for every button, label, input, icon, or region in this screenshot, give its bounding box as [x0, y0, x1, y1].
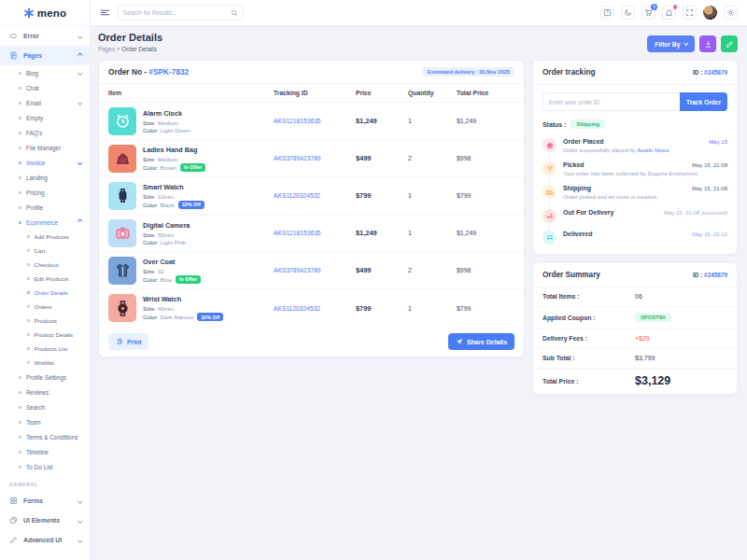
sidebar-item-faqs[interactable]: FAQ's	[0, 125, 90, 140]
buyer-link[interactable]: Austin Ninus	[637, 147, 669, 153]
page-icon	[9, 51, 18, 60]
track-order-button[interactable]: Track Order	[680, 92, 727, 111]
sidebar-item-wishlist[interactable]: Wishlist	[0, 356, 90, 370]
layers-icon	[9, 516, 18, 525]
camera-icon	[114, 224, 132, 242]
sidebar-item-ecommerce[interactable]: Ecommerce	[0, 215, 90, 230]
sidebar-item-advanced-ui[interactable]: Advanced UI	[0, 530, 90, 550]
bullet-icon	[19, 221, 21, 224]
order-id-input[interactable]	[543, 92, 680, 111]
sidebar-item-invoice[interactable]: Invoice	[0, 155, 90, 170]
sidebar-item-empty[interactable]: Empty	[0, 110, 90, 125]
sidebar-item-products-list[interactable]: Products List	[0, 342, 90, 356]
grand-total: $3,129	[635, 374, 670, 387]
avatar[interactable]	[703, 6, 717, 20]
sidebar-item-checkout[interactable]: Checkout	[0, 258, 90, 272]
pen-icon	[9, 536, 18, 544]
tracking-id: ID : #245879	[693, 69, 727, 76]
price: $499	[356, 154, 408, 162]
bullet-icon	[19, 421, 21, 424]
table-header: Item Tracking ID Price Quantity Total Pr…	[99, 84, 524, 103]
sidebar-item-email[interactable]: Email	[0, 95, 90, 110]
helmet-icon	[546, 233, 554, 241]
sidebar-item-search[interactable]: Search	[0, 399, 90, 414]
product-name: Ladies Hand Bag	[143, 146, 205, 154]
download-button[interactable]	[699, 35, 716, 52]
svg-text:T: T	[606, 10, 609, 15]
coupon-badge: SPOST8A	[635, 313, 671, 322]
global-search[interactable]	[118, 5, 244, 21]
sidebar-item-orders[interactable]: Orders	[0, 300, 90, 314]
price: $1,249	[356, 229, 408, 237]
cloud-icon	[9, 32, 18, 40]
table-row: Smart Watch Size:10mm Color:Black32% Off…	[99, 177, 524, 215]
tracking-id-link[interactable]: AKS1120324532	[274, 192, 356, 199]
sidebar-item-edit-products[interactable]: Edit Products	[0, 272, 90, 286]
sidebar-item-pricing[interactable]: Pricing	[0, 185, 90, 200]
chevron-down-icon	[684, 41, 688, 46]
sidebar: meno Error Pages Blog Chat Email Empty F…	[0, 0, 91, 560]
product-image	[108, 294, 136, 322]
product-name: Alarm Clock	[143, 109, 190, 118]
status-label: Status :	[543, 121, 566, 128]
sidebar-item-to-do-list[interactable]: To Do List	[0, 459, 90, 474]
bullet-icon	[19, 176, 21, 179]
bullet-icon	[27, 347, 30, 350]
breadcrumb-separator: »	[117, 46, 120, 52]
notifications-icon[interactable]	[662, 6, 676, 20]
pen-icon	[726, 40, 734, 49]
sidebar-item-product-details[interactable]: Product Details	[0, 328, 90, 342]
filter-by-button[interactable]: Filter By	[647, 35, 695, 52]
status-badge: Shipping	[571, 119, 605, 129]
sidebar-item-chat[interactable]: Chat	[0, 80, 90, 95]
sidebar-item-file-manager[interactable]: File Manager	[0, 140, 90, 155]
sidebar-item-reviews[interactable]: Reviews	[0, 385, 90, 399]
translate-icon[interactable]: T	[600, 6, 614, 20]
sidebar-item-pages[interactable]: Pages	[0, 46, 90, 65]
sidebar-item-order-details[interactable]: Order Details	[0, 286, 90, 300]
smart-watch-icon	[114, 187, 132, 204]
tracking-id-link[interactable]: AKS3789423789	[274, 267, 356, 273]
discount-badge: 32% Off	[197, 313, 223, 321]
price: $799	[356, 191, 408, 200]
tracking-id-link[interactable]: AKS1120324532	[274, 305, 356, 312]
sidebar-item-landing[interactable]: Landing	[0, 170, 90, 185]
quantity: 1	[408, 192, 457, 199]
sidebar-item-blog[interactable]: Blog	[0, 65, 90, 80]
sidebar-item-error[interactable]: Error	[0, 26, 90, 46]
search-input[interactable]	[123, 9, 231, 16]
print-button[interactable]: Print	[108, 333, 148, 350]
menu-toggle-icon[interactable]	[100, 7, 110, 18]
bullet-icon	[27, 235, 30, 238]
tracking-id-link[interactable]: AKS3789423789	[274, 155, 356, 161]
total-price: $799	[457, 192, 514, 199]
bullet-icon	[27, 333, 30, 336]
brand-logo[interactable]: meno	[0, 0, 90, 26]
sidebar-item-forms[interactable]: Forms	[0, 491, 90, 511]
sidebar-item-products[interactable]: Products	[0, 314, 90, 328]
sidebar-item-cart[interactable]: Cart	[0, 244, 90, 258]
bullet-icon	[19, 436, 21, 439]
edit-button[interactable]	[721, 35, 738, 52]
sidebar-item-timeline[interactable]: Timeline	[0, 444, 90, 459]
settings-icon[interactable]	[724, 6, 738, 20]
sidebar-item-ui-elements[interactable]: UI Elements	[0, 511, 90, 530]
sidebar-item-terms-conditions[interactable]: Terms & Conditions	[0, 429, 90, 444]
sidebar-item-add-products[interactable]: Add Products	[0, 230, 90, 244]
product-image	[108, 219, 136, 247]
share-details-button[interactable]: Share Details	[448, 333, 514, 350]
fullscreen-icon[interactable]	[683, 6, 697, 20]
send-icon	[456, 338, 463, 345]
sidebar-item-profile[interactable]: Profile	[0, 200, 90, 215]
dark-mode-icon[interactable]	[621, 6, 635, 20]
cart-icon[interactable]: 5	[641, 6, 655, 20]
bullet-icon	[19, 147, 21, 149]
tracking-id-link[interactable]: AKS1218153635	[274, 230, 356, 236]
handbag-icon	[114, 149, 132, 167]
sidebar-item-team[interactable]: Team	[0, 414, 90, 429]
tracking-id-link[interactable]: AKS1218153635	[274, 118, 356, 124]
summary-row-coupon: Applied Coupon : SPOST8A	[533, 307, 737, 329]
sidebar-item-profile-settings[interactable]: Profile Settings	[0, 370, 90, 385]
breadcrumb-parent[interactable]: Pages	[98, 46, 115, 52]
search-icon[interactable]	[231, 9, 238, 17]
